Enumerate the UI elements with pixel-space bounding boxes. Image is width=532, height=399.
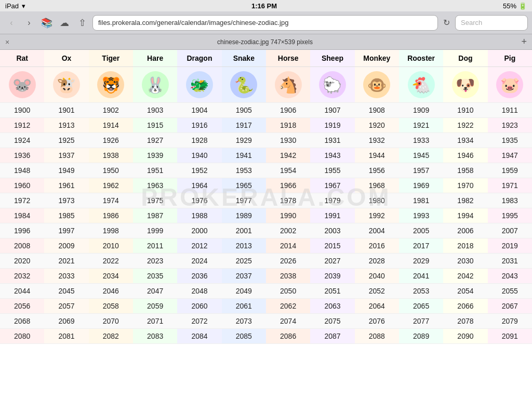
year-cell: 2055	[488, 284, 532, 299]
icon-snake: 🐍	[222, 67, 266, 103]
year-cell: 1930	[266, 133, 310, 148]
year-cell: 1970	[443, 178, 487, 193]
table-row: 2032203320342035203620372038203920402041…	[0, 269, 532, 284]
table-row: 1960196119621963196419651966196719681969…	[0, 178, 532, 193]
year-cell: 2065	[399, 299, 443, 314]
year-cell: 1945	[399, 148, 443, 163]
year-cell: 2067	[488, 299, 532, 314]
bookmarks-icon[interactable]: 📚	[39, 16, 54, 30]
year-cell: 1959	[488, 163, 532, 178]
year-cell: 1926	[89, 133, 133, 148]
year-cell: 1992	[355, 208, 399, 223]
header-tiger: Tiger	[89, 50, 133, 67]
icon-monkey: 🐵	[355, 67, 399, 103]
year-cell: 2059	[133, 299, 177, 314]
year-cell: 2084	[177, 329, 221, 344]
year-cell: 2087	[310, 329, 354, 344]
year-cell: 1938	[89, 148, 133, 163]
year-cell: 2085	[222, 329, 266, 344]
year-cell: 2034	[89, 269, 133, 284]
icon-sheep: 🐑	[310, 67, 354, 103]
year-cell: 1949	[44, 163, 88, 178]
year-cell: 2091	[488, 329, 532, 344]
year-cell: 1936	[0, 148, 44, 163]
year-cell: 1911	[488, 103, 532, 118]
year-cell: 2049	[222, 284, 266, 299]
year-cell: 2035	[133, 269, 177, 284]
year-cell: 1984	[0, 208, 44, 223]
year-cell: 1929	[222, 133, 266, 148]
table-row: 2020202120222023202420252026202720282029…	[0, 254, 532, 269]
search-bar[interactable]: Search	[455, 15, 528, 31]
year-cell: 2050	[266, 284, 310, 299]
content-area: RatOxTigerHareDragonSnakeHorseSheepMonke…	[0, 50, 532, 399]
table-row: 1912191319141915191619171918191919201921…	[0, 118, 532, 133]
year-cell: 2045	[44, 284, 88, 299]
year-cell: 1963	[133, 178, 177, 193]
table-row: 1972197319741975197619771978197919801981…	[0, 193, 532, 208]
search-placeholder: Search	[461, 19, 482, 26]
table-row: 1984198519861987198819891990199119921993…	[0, 208, 532, 223]
year-cell: 2013	[222, 238, 266, 254]
year-cell: 1940	[177, 148, 221, 163]
battery-label: 55%	[503, 2, 516, 10]
year-cell: 2002	[266, 223, 310, 238]
cloud-icon[interactable]: ☁	[57, 16, 72, 30]
year-cell: 1927	[133, 133, 177, 148]
share-icon[interactable]: ⇧	[75, 16, 89, 30]
year-cell: 1990	[266, 208, 310, 223]
year-cell: 1941	[222, 148, 266, 163]
browser-toolbar: ‹ › 📚 ☁ ⇧ files.prokerala.com/general/ca…	[0, 11, 532, 34]
year-cell: 2089	[399, 329, 443, 344]
year-cell: 1997	[44, 223, 88, 238]
year-cell: 1995	[488, 208, 532, 223]
year-cell: 1958	[443, 163, 487, 178]
year-cell: 1900	[0, 103, 44, 118]
year-cell: 1965	[222, 178, 266, 193]
header-ox: Ox	[44, 50, 88, 67]
year-cell: 1910	[443, 103, 487, 118]
table-row: 1900190119021903190419051906190719081909…	[0, 103, 532, 118]
year-cell: 2057	[44, 299, 88, 314]
year-cell: 1906	[266, 103, 310, 118]
year-cell: 2052	[355, 284, 399, 299]
year-cell: 1901	[44, 103, 88, 118]
year-cell: 1985	[44, 208, 88, 223]
year-cell: 1954	[266, 163, 310, 178]
table-row: 1924192519261927192819291930193119321933…	[0, 133, 532, 148]
year-cell: 1925	[44, 133, 88, 148]
year-cell: 2068	[0, 314, 44, 329]
zodiac-table: RatOxTigerHareDragonSnakeHorseSheepMonke…	[0, 50, 532, 344]
year-cell: 1902	[89, 103, 133, 118]
forward-button[interactable]: ›	[22, 16, 36, 30]
year-cell: 2006	[443, 223, 487, 238]
table-row: 2056205720582059206020612062206320642065…	[0, 299, 532, 314]
year-cell: 2037	[222, 269, 266, 284]
content-wrapper: RatOxTigerHareDragonSnakeHorseSheepMonke…	[0, 50, 532, 344]
header-sheep: Sheep	[310, 50, 354, 67]
year-cell: 1934	[443, 133, 487, 148]
year-cell: 1955	[310, 163, 354, 178]
year-cell: 2025	[222, 254, 266, 269]
icon-horse: 🐴	[266, 67, 310, 103]
year-cell: 2090	[443, 329, 487, 344]
back-button[interactable]: ‹	[4, 16, 19, 30]
year-cell: 2073	[222, 314, 266, 329]
url-bar[interactable]: files.prokerala.com/general/calendar/ima…	[92, 15, 438, 31]
icon-dragon: 🐲	[177, 67, 221, 103]
year-cell: 1986	[89, 208, 133, 223]
year-cell: 2058	[89, 299, 133, 314]
year-cell: 1979	[310, 193, 354, 208]
new-tab-button[interactable]: +	[514, 36, 527, 47]
refresh-button[interactable]: ↻	[443, 18, 450, 28]
year-cell: 1974	[89, 193, 133, 208]
tab-close-button[interactable]: ×	[5, 38, 16, 46]
year-cell: 1931	[310, 133, 354, 148]
year-cell: 2016	[355, 238, 399, 254]
year-cell: 1947	[488, 148, 532, 163]
year-cell: 1982	[443, 193, 487, 208]
year-cell: 2075	[310, 314, 354, 329]
year-cell: 1988	[177, 208, 221, 223]
year-cell: 2027	[310, 254, 354, 269]
year-cell: 2005	[399, 223, 443, 238]
